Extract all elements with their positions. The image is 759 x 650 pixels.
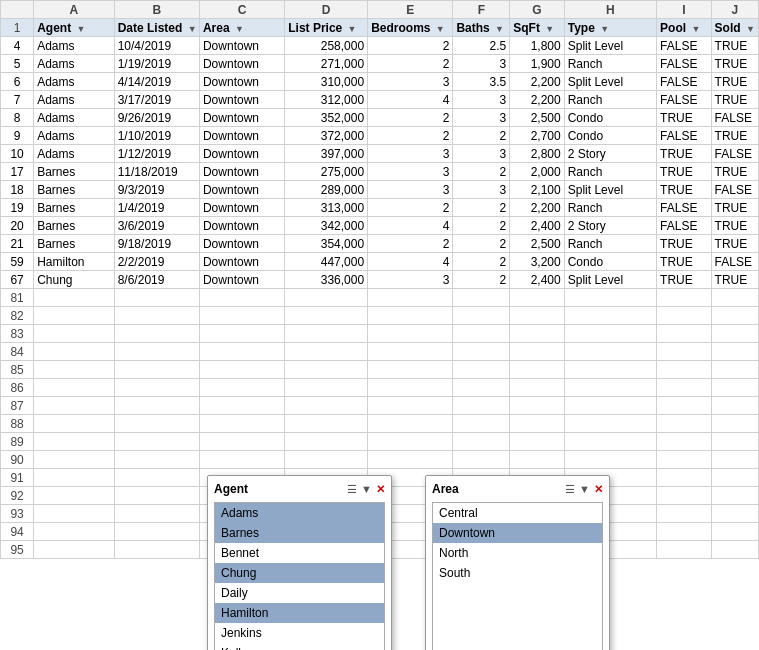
table-row: 19 Barnes 1/4/2019 Downtown 313,000 2 2 … xyxy=(1,199,759,217)
empty-cell xyxy=(510,307,564,325)
cell-sqft: 2,800 xyxy=(510,145,564,163)
agent-popup-filter-icon[interactable]: ▼ xyxy=(361,483,372,496)
cell-date: 1/19/2019 xyxy=(114,55,199,73)
filter-sqft-icon[interactable]: ▼ xyxy=(545,24,554,34)
cell-sold: TRUE xyxy=(711,37,758,55)
filter-baths-icon[interactable]: ▼ xyxy=(495,24,504,34)
area-filter-item[interactable]: North xyxy=(433,543,602,563)
area-filter-item[interactable]: South xyxy=(433,563,602,583)
cell-agent: Adams xyxy=(34,91,115,109)
area-popup-filter-icon[interactable]: ▼ xyxy=(579,483,590,496)
filter-area-icon[interactable]: ▼ xyxy=(235,24,244,34)
agent-filter-item[interactable]: Kelly xyxy=(215,643,384,650)
agent-popup-list-icon[interactable]: ☰ xyxy=(347,483,357,496)
row-num: 17 xyxy=(1,163,34,181)
empty-cell xyxy=(34,487,115,505)
col-header-h: H xyxy=(564,1,656,19)
agent-popup-close-icon[interactable]: ✕ xyxy=(376,483,385,496)
empty-cell xyxy=(711,289,758,307)
cell-type: Ranch xyxy=(564,163,656,181)
agent-filter-item[interactable]: Barnes xyxy=(215,523,384,543)
header-sqft[interactable]: SqFt ▼ xyxy=(510,19,564,37)
area-popup-close-icon[interactable]: ✕ xyxy=(594,483,603,496)
agent-filter-item[interactable]: Bennet xyxy=(215,543,384,563)
empty-row-num: 89 xyxy=(1,433,34,451)
empty-cell xyxy=(114,505,199,523)
filter-bedrooms-icon[interactable]: ▼ xyxy=(436,24,445,34)
header-date-listed[interactable]: Date Listed ▼ xyxy=(114,19,199,37)
empty-cell xyxy=(564,451,656,469)
area-popup-list-icon[interactable]: ☰ xyxy=(565,483,575,496)
cell-sqft: 2,000 xyxy=(510,163,564,181)
cell-pool: TRUE xyxy=(657,271,711,289)
cell-type: Split Level xyxy=(564,271,656,289)
filter-price-icon[interactable]: ▼ xyxy=(348,24,357,34)
header-area[interactable]: Area ▼ xyxy=(199,19,284,37)
cell-date: 2/2/2019 xyxy=(114,253,199,271)
cell-price: 397,000 xyxy=(285,145,368,163)
filter-type-icon[interactable]: ▼ xyxy=(600,24,609,34)
cell-beds: 2 xyxy=(368,127,453,145)
filter-date-icon[interactable]: ▼ xyxy=(188,24,197,34)
header-agent[interactable]: Agent ▼ xyxy=(34,19,115,37)
empty-row: 83 xyxy=(1,325,759,343)
filter-pool-icon[interactable]: ▼ xyxy=(691,24,700,34)
empty-cell xyxy=(114,433,199,451)
row-num: 9 xyxy=(1,127,34,145)
cell-date: 9/26/2019 xyxy=(114,109,199,127)
empty-row-num: 95 xyxy=(1,541,34,559)
empty-cell xyxy=(510,343,564,361)
empty-cell xyxy=(711,361,758,379)
cell-sold: FALSE xyxy=(711,145,758,163)
empty-cell xyxy=(564,433,656,451)
empty-cell xyxy=(657,343,711,361)
cell-sold: TRUE xyxy=(711,91,758,109)
header-list-price[interactable]: List Price ▼ xyxy=(285,19,368,37)
cell-date: 3/17/2019 xyxy=(114,91,199,109)
empty-cell xyxy=(711,379,758,397)
empty-cell xyxy=(34,523,115,541)
cell-type: Ranch xyxy=(564,235,656,253)
agent-filter-list[interactable]: AdamsBarnesBennetChungDailyHamiltonJenki… xyxy=(214,502,385,650)
empty-cell xyxy=(34,379,115,397)
cell-pool: FALSE xyxy=(657,217,711,235)
header-type[interactable]: Type ▼ xyxy=(564,19,656,37)
agent-filter-item[interactable]: Adams xyxy=(215,503,384,523)
cell-beds: 2 xyxy=(368,235,453,253)
empty-cell xyxy=(285,325,368,343)
empty-row-num: 84 xyxy=(1,343,34,361)
agent-filter-item[interactable]: Daily xyxy=(215,583,384,603)
filter-sold-icon[interactable]: ▼ xyxy=(746,24,755,34)
col-header-rownum xyxy=(1,1,34,19)
agent-filter-popup: Agent ☰ ▼ ✕ AdamsBarnesBennetChungDailyH… xyxy=(207,475,392,650)
agent-filter-item[interactable]: Jenkins xyxy=(215,623,384,643)
empty-cell xyxy=(453,307,510,325)
cell-baths: 3 xyxy=(453,109,510,127)
cell-area: Downtown xyxy=(199,235,284,253)
header-pool[interactable]: Pool ▼ xyxy=(657,19,711,37)
empty-cell xyxy=(114,361,199,379)
empty-cell xyxy=(285,361,368,379)
header-baths[interactable]: Baths ▼ xyxy=(453,19,510,37)
empty-cell xyxy=(34,343,115,361)
area-filter-list[interactable]: CentralDowntownNorthSouth xyxy=(432,502,603,650)
cell-price: 354,000 xyxy=(285,235,368,253)
agent-filter-item[interactable]: Chung xyxy=(215,563,384,583)
header-bedrooms[interactable]: Bedrooms ▼ xyxy=(368,19,453,37)
area-filter-item[interactable]: Central xyxy=(433,503,602,523)
filter-agent-icon[interactable]: ▼ xyxy=(77,24,86,34)
cell-beds: 3 xyxy=(368,271,453,289)
empty-row-num: 92 xyxy=(1,487,34,505)
empty-cell xyxy=(199,289,284,307)
header-sold[interactable]: Sold ▼ xyxy=(711,19,758,37)
cell-sqft: 2,500 xyxy=(510,235,564,253)
empty-cell xyxy=(34,541,115,559)
empty-cell xyxy=(510,433,564,451)
empty-cell xyxy=(657,433,711,451)
empty-cell xyxy=(114,397,199,415)
area-filter-item[interactable]: Downtown xyxy=(433,523,602,543)
empty-cell xyxy=(657,451,711,469)
cell-beds: 3 xyxy=(368,73,453,91)
cell-baths: 2 xyxy=(453,235,510,253)
agent-filter-item[interactable]: Hamilton xyxy=(215,603,384,623)
